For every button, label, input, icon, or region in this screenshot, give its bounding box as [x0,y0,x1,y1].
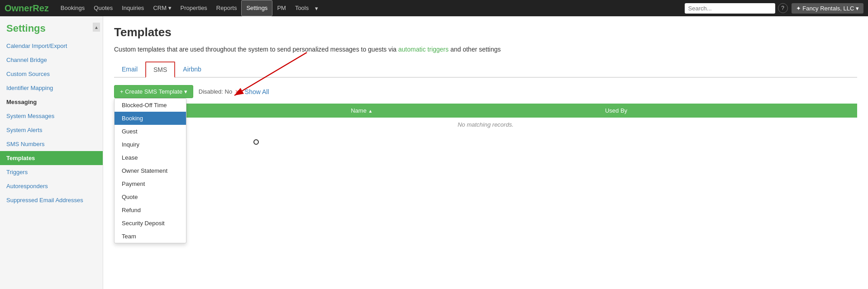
dropdown-item-booking[interactable]: Booking [114,112,186,125]
sidebar-item-channel-bridge[interactable]: Channel Bridge [0,53,103,67]
nav-pm[interactable]: PM [272,0,291,16]
show-all-link[interactable]: Show All [245,88,269,95]
create-dropdown-menu: Blocked-Off Time Booking Guest Inquiry L… [114,98,186,243]
nav-settings[interactable]: Settings [241,0,272,16]
sidebar-title: Settings [0,16,103,39]
nav-tools[interactable]: Tools [291,0,313,16]
filter-disabled-label: Disabled: No ✕ [199,88,239,95]
annotation-arrows [103,16,868,289]
dropdown-item-security-deposit[interactable]: Security Deposit [114,217,186,230]
toolbar: + Create SMS Template ▾ Blocked-Off Time… [114,85,857,98]
create-sms-template-button[interactable]: + Create SMS Template ▾ [114,85,193,98]
nav-inquiries[interactable]: Inquiries [117,0,148,16]
brand-rez: Rez [33,3,49,13]
sidebar-section-messaging: Messaging [0,95,103,109]
sidebar-item-identifier-mapping[interactable]: Identifier Mapping [0,81,103,95]
create-dropdown-container: + Create SMS Template ▾ Blocked-Off Time… [114,85,193,98]
sidebar-item-triggers[interactable]: Triggers [0,165,103,179]
sidebar-scroll-up[interactable]: ▲ [93,23,100,32]
nav-properties[interactable]: Properties [176,0,212,16]
tab-email[interactable]: Email [114,62,145,78]
nav-reports[interactable]: Reports [212,0,242,16]
sidebar: Settings ▲ Calendar Import/Export Channe… [0,16,103,289]
automatic-triggers-link[interactable]: automatic triggers [398,46,448,53]
dropdown-item-guest[interactable]: Guest [114,125,186,138]
template-tabs: Email SMS Airbnb [114,62,857,78]
sidebar-item-sms-numbers[interactable]: SMS Numbers [0,137,103,151]
empty-message: No matching records. [114,118,857,132]
sort-name-icon: ▲ [368,109,372,114]
column-name[interactable]: Name ▲ [345,104,600,118]
dropdown-item-team[interactable]: Team [114,230,186,243]
dropdown-item-refund[interactable]: Refund [114,204,186,217]
brand-owner: Owner [5,3,33,13]
search-input[interactable] [685,3,775,14]
sidebar-item-system-messages[interactable]: System Messages [0,109,103,123]
help-icon[interactable]: ? [778,3,788,13]
main-layout: Settings ▲ Calendar Import/Export Channe… [0,16,868,289]
sidebar-item-templates[interactable]: Templates [0,151,103,165]
nav-quotes[interactable]: Quotes [89,0,117,16]
dropdown-item-quote[interactable]: Quote [114,190,186,204]
nav-crm[interactable]: CRM [148,0,176,16]
dropdown-item-blocked-off-time[interactable]: Blocked-Off Time [114,99,186,112]
pagination-row: Showing 100 ▾ [114,132,857,150]
brand-logo[interactable]: OwnerRez [5,3,49,14]
main-content: Templates Custom templates that are used… [103,16,868,289]
sidebar-item-suppressed-email-addresses[interactable]: Suppressed Email Addresses [0,193,103,207]
table-row: No matching records. [114,118,857,132]
nav-bookings[interactable]: Bookings [56,0,89,16]
page-title: Templates [114,25,857,39]
tab-airbnb[interactable]: Airbnb [175,62,209,78]
dropdown-item-owner-statement[interactable]: Owner Statement [114,164,186,177]
sidebar-item-autoresponders[interactable]: Autoresponders [0,179,103,193]
top-navigation: OwnerRez Bookings Quotes Inquiries CRM P… [0,0,868,16]
user-menu-button[interactable]: ✦ Fancy Rentals, LLC ▾ [792,3,863,14]
table-header-row: Type ▲ Name ▲ Used By [114,104,857,118]
sidebar-item-custom-sources[interactable]: Custom Sources [0,67,103,81]
templates-table: Type ▲ Name ▲ Used By No matching record… [114,104,857,132]
sidebar-item-calendar-import-export[interactable]: Calendar Import/Export [0,39,103,53]
sidebar-item-system-alerts[interactable]: System Alerts [0,123,103,137]
dropdown-item-inquiry[interactable]: Inquiry [114,138,186,151]
dropdown-item-payment[interactable]: Payment [114,177,186,190]
page-description: Custom templates that are used throughou… [114,45,857,54]
filter-clear-icon[interactable]: ✕ [235,89,239,95]
nav-more-arrow[interactable]: ▾ [313,5,320,12]
column-used-by: Used By [600,104,857,118]
tab-sms[interactable]: SMS [145,62,175,78]
dropdown-item-lease[interactable]: Lease [114,151,186,164]
